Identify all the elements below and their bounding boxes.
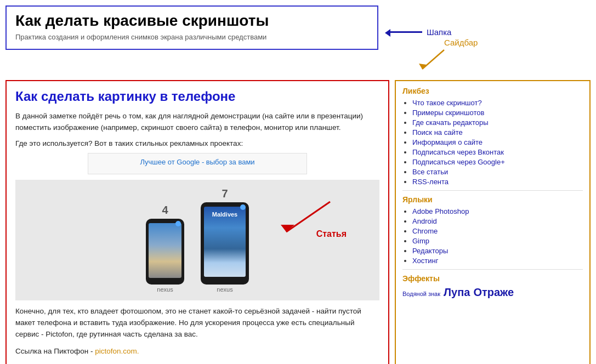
shapka-label: Шапка: [427, 27, 451, 37]
statya-label: Статья: [316, 229, 347, 239]
sidebar-link[interactable]: Adobe Photoshop: [412, 207, 469, 215]
list-item: Примеры скриншотов: [412, 109, 583, 117]
sidebar-divider2: [402, 269, 583, 270]
list-item: Все статьи: [412, 168, 583, 176]
phone1-dot: [175, 221, 181, 226]
list-item: Хостинг: [412, 257, 583, 265]
google-ad-block: Лучшее от Google - выбор за вами: [88, 153, 307, 174]
list-item: Где скачать редакторы: [412, 118, 583, 127]
piktofon-link[interactable]: pictofon.com.: [95, 347, 139, 355]
sidebar-link[interactable]: Chrome: [412, 227, 438, 235]
sidebar-section3-title: Эффекты: [402, 274, 583, 283]
effects-labels: Водяной знак Лупа Отраже: [402, 286, 583, 299]
article-section: Как сделать картинку в телефоне В данной…: [5, 80, 389, 364]
list-item: Подписаться через Вконтак: [412, 148, 583, 156]
sidebar-link[interactable]: Где скачать редакторы: [412, 118, 489, 127]
list-item: Android: [412, 217, 583, 225]
article-paragraph2: Где это используется? Вот в таких стильн…: [15, 139, 379, 147]
list-item: Подписаться через Google+: [412, 158, 583, 166]
phone1-label: nexus: [157, 286, 173, 293]
sidebar-list-2: Adobe Photoshop Android Chrome Gimp Реда…: [402, 207, 583, 265]
effect-large-1: Лупа: [444, 286, 470, 299]
effect-large-2: Отраже: [473, 286, 514, 299]
list-item: RSS-лента: [412, 178, 583, 186]
article-paragraph4: Ссылка на Пиктофон - pictofon.com.: [15, 346, 379, 357]
blue-arrow-icon: [389, 31, 422, 33]
google-ad-text: Лучшее от Google - выбор за вами: [93, 158, 302, 166]
sidebar: Ликбез Что такое скриншот? Примеры скрин…: [395, 80, 591, 364]
sidebar-link[interactable]: Подписаться через Вконтак: [412, 148, 504, 156]
sidebar-section1-title: Ликбез: [402, 87, 583, 95]
list-item: Gimp: [412, 237, 583, 245]
svg-line-0: [422, 50, 444, 69]
phone1-number: 4: [162, 204, 168, 217]
phone1-screen: [149, 223, 181, 278]
sidebar-link[interactable]: Gimp: [412, 237, 429, 245]
sidebar-link[interactable]: Android: [412, 217, 437, 225]
phone2-body: Maldives: [201, 202, 249, 285]
sidebar-list-1: Что такое скриншот? Примеры скриншотов Г…: [402, 99, 583, 186]
list-item: Chrome: [412, 227, 583, 235]
piktofon-link-text: pictofon.com.: [95, 347, 139, 355]
phone2-label: nexus: [217, 286, 232, 293]
list-item: Редакторы: [412, 247, 583, 255]
svg-line-2: [286, 202, 330, 232]
sidebar-link[interactable]: Информация о сайте: [412, 138, 483, 146]
page-title: Как делать красивые скриншоты: [15, 12, 368, 30]
paragraph4-text: Ссылка на Пиктофон -: [15, 347, 93, 355]
sidebar-link[interactable]: Все статьи: [412, 168, 448, 176]
sidebar-link[interactable]: RSS-лента: [412, 178, 449, 186]
sajdbar-label: Сайдбар: [444, 38, 478, 47]
article-paragraph3: Конечно, для тех, кто владеет фотошопом,…: [15, 306, 379, 340]
sidebar-link[interactable]: Что такое скриншот?: [412, 99, 482, 107]
sidebar-section2-title: Ярлыки: [402, 195, 583, 204]
phone-2: 7 Maldives nexus: [201, 187, 249, 293]
sidebar-link[interactable]: Редакторы: [412, 247, 448, 255]
phone2-number: 7: [222, 187, 228, 200]
sidebar-link[interactable]: Хостинг: [412, 257, 438, 265]
page-subtitle: Практика создания и оформления снимков э…: [15, 33, 368, 41]
article-paragraph1: В данной заметке пойдёт речь о том, как …: [15, 111, 379, 134]
google-ad-link[interactable]: Лучшее от Google - выбор за вами: [140, 158, 254, 166]
article-title: Как сделать картинку в телефоне: [15, 89, 379, 104]
phone2-screen: Maldives: [204, 207, 246, 277]
shapka-annotation: Шапка: [389, 27, 451, 37]
phone-1: 4 nexus: [146, 204, 184, 293]
sajdbar-annotation: Сайдбар: [411, 38, 478, 75]
list-item: Что такое скриншот?: [412, 99, 583, 107]
sidebar-divider: [402, 190, 583, 191]
list-item: Информация о сайте: [412, 138, 583, 146]
list-item: Поиск на сайте: [412, 128, 583, 136]
list-item: Adobe Photoshop: [412, 207, 583, 215]
orange-arrow-icon: [411, 47, 455, 75]
phone2-dot: [240, 204, 246, 210]
phone1-body: [146, 219, 184, 285]
effect-small-1: Водяной знак: [402, 291, 440, 297]
sidebar-link[interactable]: Поиск на сайте: [412, 128, 463, 136]
header-box: Как делать красивые скриншоты Практика с…: [5, 5, 378, 50]
sidebar-link[interactable]: Подписаться через Google+: [412, 158, 505, 166]
sidebar-link[interactable]: Примеры скриншотов: [412, 109, 484, 117]
